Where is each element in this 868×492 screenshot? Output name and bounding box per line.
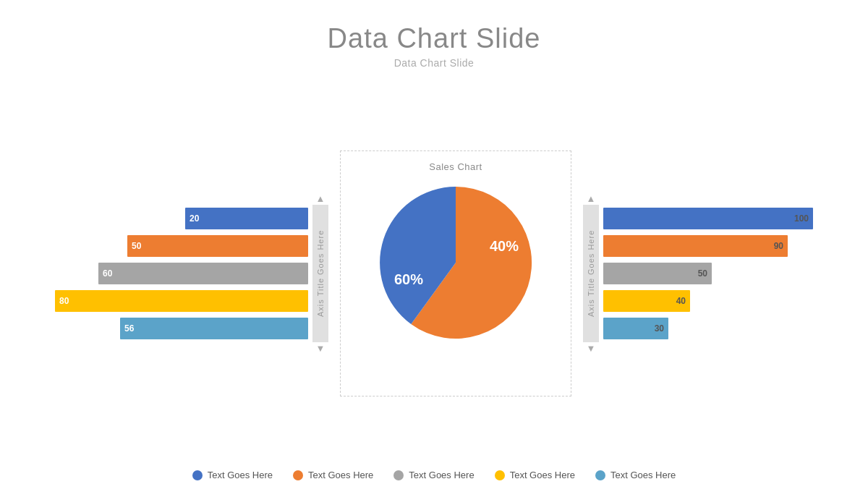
pie-svg	[373, 179, 539, 346]
left-bar: 50	[127, 235, 308, 257]
right-bar-label: 100	[794, 213, 809, 224]
legend-dot	[595, 470, 605, 480]
slide-container: Data Chart Slide Data Chart Slide 205060…	[0, 0, 868, 492]
right-axis: ▲ Axis Title Goes Here ▼	[583, 194, 599, 353]
right-bar: 100	[603, 208, 813, 229]
left-bars: 2050608056	[55, 208, 308, 339]
left-bar: 20	[185, 208, 308, 229]
left-axis-label: Axis Title Goes Here	[312, 205, 328, 342]
right-bar: 90	[603, 235, 788, 257]
right-bar-label: 90	[774, 241, 783, 251]
legend-label: Text Goes Here	[409, 470, 474, 480]
left-bar: 60	[98, 263, 308, 284]
legend-dot	[393, 470, 404, 480]
right-bar: 50	[603, 263, 712, 284]
left-bar-label: 60	[103, 268, 112, 279]
left-bar-row: 50	[127, 235, 308, 257]
right-axis-label: Axis Title Goes Here	[583, 205, 599, 342]
header: Data Chart Slide Data Chart Slide	[328, 23, 541, 69]
legend-label: Text Goes Here	[610, 470, 676, 480]
left-axis-arrow-bottom: ▼	[316, 344, 326, 353]
pie-label-orange: 60%	[394, 271, 423, 288]
left-bar-label: 80	[59, 296, 69, 306]
legend-dot	[293, 470, 303, 480]
legend-label: Text Goes Here	[510, 470, 575, 480]
right-bar-row: 50	[603, 263, 712, 284]
left-bar-row: 60	[98, 263, 308, 284]
center-box: Sales Chart	[340, 150, 571, 396]
left-bar-row: 56	[120, 318, 308, 339]
main-title: Data Chart Slide	[328, 23, 541, 54]
left-bar: 56	[120, 318, 308, 339]
right-bar-label: 40	[676, 296, 686, 306]
pie-wrapper: 60% 40%	[373, 179, 539, 346]
left-bar: 80	[55, 290, 308, 312]
legend-label: Text Goes Here	[308, 470, 373, 480]
left-axis: ▲ Axis Title Goes Here ▼	[312, 194, 328, 353]
left-bar-label: 20	[190, 213, 199, 224]
right-bars: 10090504030	[603, 208, 813, 339]
legend-label: Text Goes Here	[208, 470, 273, 480]
right-chart: 10090504030	[603, 208, 813, 339]
right-bar-row: 90	[603, 235, 788, 257]
left-bar-row: 20	[185, 208, 308, 229]
legend-item: Text Goes Here	[393, 470, 474, 480]
pie-label-blue: 40%	[490, 238, 519, 255]
legend-item: Text Goes Here	[192, 470, 273, 480]
left-chart: 2050608056 ▲ Axis Title Goes Here ▼	[55, 194, 333, 353]
legend-item: Text Goes Here	[595, 470, 676, 480]
right-bar-row: 100	[603, 208, 813, 229]
legend-item: Text Goes Here	[293, 470, 373, 480]
left-bar-label: 56	[124, 323, 134, 334]
left-axis-arrow-top: ▲	[316, 194, 326, 203]
right-bar: 40	[603, 290, 690, 312]
right-bar: 30	[603, 318, 668, 339]
legend: Text Goes HereText Goes HereText Goes He…	[192, 470, 676, 492]
sub-title: Data Chart Slide	[328, 57, 541, 69]
right-bar-label: 50	[698, 268, 707, 279]
left-bar-row: 80	[55, 290, 308, 312]
legend-dot	[495, 470, 505, 480]
center-chart: Sales Chart	[340, 150, 571, 396]
right-bar-label: 30	[655, 323, 664, 334]
right-bar-row: 40	[603, 290, 690, 312]
legend-dot	[192, 470, 203, 480]
right-bar-row: 30	[603, 318, 668, 339]
charts-area: 2050608056 ▲ Axis Title Goes Here ▼ Sale…	[0, 83, 868, 464]
legend-item: Text Goes Here	[495, 470, 575, 480]
right-axis-arrow-top: ▲	[587, 194, 596, 203]
left-bar-label: 50	[132, 241, 141, 251]
right-axis-arrow-bottom: ▼	[587, 344, 596, 353]
sales-chart-title: Sales Chart	[429, 161, 482, 172]
